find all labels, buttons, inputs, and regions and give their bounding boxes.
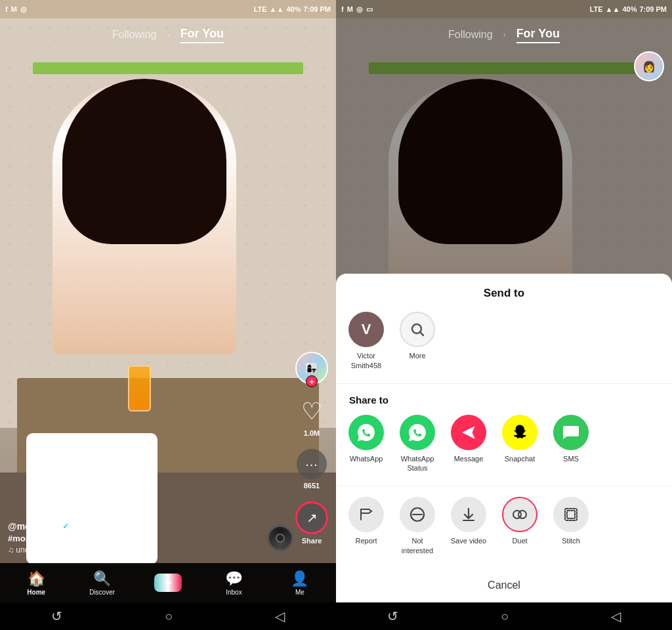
share-whatsapp[interactable]: WhatsApp	[344, 415, 388, 463]
right-status-right: LTE ▲▲ 40% 7:09 PM	[590, 5, 667, 13]
comment-action[interactable]: ··· 8651	[297, 449, 327, 490]
verified-badge: ✓	[62, 522, 69, 531]
gesture-home[interactable]: ○	[165, 609, 173, 624]
share-snapchat[interactable]: Snapchat	[497, 415, 542, 463]
me-icon: 👤	[291, 570, 308, 587]
header-separator: ›	[167, 30, 170, 39]
action-stitch[interactable]: Stitch	[549, 497, 593, 545]
nav-me[interactable]: 👤 Me	[267, 570, 333, 596]
right-gesture-recent[interactable]: ◁	[611, 608, 621, 624]
save-video-label: Save video	[451, 536, 486, 545]
shelf	[33, 62, 303, 74]
gesture-recent[interactable]: ◁	[275, 608, 285, 624]
action-duet[interactable]: Duet	[497, 497, 542, 545]
sheet-divider-1	[336, 383, 672, 384]
message-icon	[451, 415, 486, 450]
nav-inbox-label: Inbox	[226, 589, 242, 596]
share-sms[interactable]: SMS	[549, 415, 593, 463]
right-status-icons: f M ◎ ▭	[341, 5, 373, 14]
left-carrier: LTE	[254, 5, 267, 13]
follow-plus-badge[interactable]: +	[306, 375, 318, 387]
left-status-right: LTE ▲▲ 40% 7:09 PM	[254, 5, 331, 13]
share-label: Share	[302, 537, 322, 545]
nav-home[interactable]: 🏠 Home	[3, 570, 69, 596]
left-status-bar: f M ◎ LTE ▲▲ 40% 7:09 PM	[0, 0, 336, 18]
right-cast-icon: ▭	[366, 5, 373, 14]
svg-point-8	[518, 511, 526, 518]
more-label: More	[409, 351, 425, 360]
nav-me-label: Me	[295, 589, 304, 596]
right-gesture-back[interactable]: ↺	[387, 608, 398, 624]
right-following-tab[interactable]: Following	[448, 29, 493, 41]
left-signal: ▲▲	[270, 5, 284, 13]
not-interested-icon	[400, 497, 435, 532]
nav-home-label: Home	[27, 589, 45, 596]
song-info: ♫ und - moni_lina (Contains	[8, 545, 106, 555]
right-status-bar: f M ◎ ▭ LTE ▲▲ 40% 7:09 PM	[336, 0, 672, 18]
home-icon: 🏠	[28, 570, 45, 587]
message-label: Message	[454, 454, 484, 463]
comment-icon: ···	[297, 449, 327, 479]
sms-label: SMS	[563, 454, 579, 463]
action-save-video[interactable]: Save video	[446, 497, 491, 545]
report-label: Report	[355, 536, 377, 545]
hashtag-text[interactable]: #moni_lina	[8, 534, 106, 543]
action-report[interactable]: Report	[344, 497, 388, 545]
left-panel: f M ◎ LTE ▲▲ 40% 7:09 PM Following › For…	[0, 0, 336, 630]
svg-line-1	[421, 333, 424, 336]
right-creator-avatar: 👩	[634, 51, 664, 81]
cancel-button[interactable]: Cancel	[336, 568, 672, 602]
share-message[interactable]: Message	[446, 415, 491, 463]
right-panel: f M ◎ ▭ LTE ▲▲ 40% 7:09 PM Following › F…	[336, 0, 672, 630]
sms-icon	[553, 415, 589, 450]
send-to-more[interactable]: More	[395, 312, 440, 360]
whatsapp-icon	[348, 415, 384, 450]
sheet-divider-2	[336, 486, 672, 486]
for-you-tab[interactable]: For You	[180, 27, 224, 43]
share-sheet: Send to V VictorSmith458 More Share	[336, 274, 672, 602]
right-signal: ▲▲	[606, 5, 620, 13]
discover-icon: 🔍	[93, 570, 111, 587]
right-avatar-area: 👩	[634, 51, 664, 81]
nav-discover-label: Discover	[89, 589, 115, 596]
right-time: 7:09 PM	[639, 5, 667, 13]
left-header: Following › For You	[0, 18, 336, 51]
action-not-interested[interactable]: Notinterested	[395, 497, 440, 555]
creator-avatar-item[interactable]: 👩‍👧 +	[295, 352, 328, 385]
more-search-icon	[400, 312, 435, 347]
share-whatsapp-status[interactable]: WhatsAppStatus	[395, 415, 440, 473]
victor-avatar: V	[348, 312, 384, 347]
share-to-title: Share to	[336, 394, 672, 406]
report-icon	[348, 497, 384, 532]
right-fb-icon: f	[341, 5, 344, 13]
nav-inbox[interactable]: 💬 Inbox	[201, 570, 266, 596]
svg-rect-10	[567, 511, 575, 518]
right-mail-icon: M	[347, 5, 353, 13]
create-plus[interactable]: +	[154, 574, 182, 592]
like-action[interactable]: ♡ 1.0M	[297, 396, 327, 437]
left-battery: 40%	[286, 5, 301, 13]
right-shelf	[369, 62, 639, 74]
more-actions-row: Report Notinterested	[336, 497, 672, 555]
whatsapp-status-label: WhatsAppStatus	[401, 454, 434, 473]
inbox-icon: 💬	[225, 570, 243, 587]
snapchat-label: Snapchat	[505, 454, 535, 463]
following-tab[interactable]: Following	[112, 29, 157, 41]
share-action[interactable]: ↗ Share	[295, 501, 328, 545]
right-battery: 40%	[622, 5, 637, 13]
send-to-victor[interactable]: V VictorSmith458	[344, 312, 388, 370]
nav-discover[interactable]: 🔍 Discover	[69, 570, 135, 596]
whatsapp-label: WhatsApp	[350, 454, 383, 463]
nav-create[interactable]: +	[135, 574, 201, 592]
save-video-icon	[451, 497, 486, 532]
juice-glass	[128, 366, 151, 411]
ig-icon: ◎	[20, 5, 27, 14]
right-actions-panel: 👩‍👧 + ♡ 1.0M ··· 8651 ↗ Share	[295, 352, 328, 545]
username-text[interactable]: @moni_lina	[8, 521, 60, 532]
right-carrier: LTE	[590, 5, 603, 13]
fb-icon: f	[5, 5, 8, 13]
gesture-back[interactable]: ↺	[51, 608, 62, 624]
right-gesture-home[interactable]: ○	[501, 609, 509, 624]
duet-label: Duet	[512, 536, 527, 545]
right-for-you-tab[interactable]: For You	[516, 27, 560, 43]
